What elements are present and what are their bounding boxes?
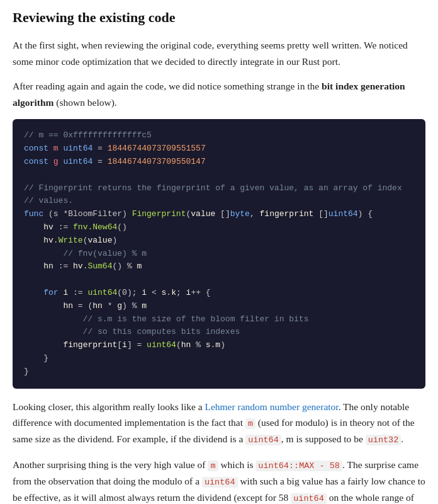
- code-line-2: const m uint64 = 18446744073709551557: [24, 142, 414, 156]
- para3-comma-m: , m: [281, 433, 294, 444]
- para4-text-before: Another surprising thing is the very hig…: [13, 459, 208, 470]
- code-line-13: // s.m is the size of the bloom filter i…: [24, 313, 414, 326]
- para2-text-after: (shown below).: [53, 97, 116, 108]
- code-block: // m == 0xffffffffffffffc5 const m uint6…: [13, 119, 425, 388]
- code-line-11: for i := uint64(0); i < s.k; i++ {: [24, 287, 414, 300]
- para4-on: on the whole range of: [327, 492, 414, 503]
- para4-m: m: [208, 461, 218, 471]
- para3-uint32: uint32: [366, 435, 402, 445]
- code-line-14: // so this computes bits indexes: [24, 326, 414, 339]
- para3-text-before: Looking closer, this algorithm really lo…: [13, 401, 205, 412]
- code-line-3: const g uint64 = 18446744073709550147: [24, 156, 414, 169]
- code-line-12: hn = (hn * g) % m: [24, 300, 414, 313]
- para3-dot: .: [401, 433, 403, 444]
- code-line-16: }: [24, 352, 414, 365]
- code-line-10: hn := hv.Sum64() % m: [24, 260, 414, 273]
- lehmer-link[interactable]: Lehmer random number generator: [205, 401, 338, 412]
- code-line-6: func (s *BloomFilter) Fingerprint(value …: [24, 208, 414, 221]
- paragraph-1: At the first sight, when reviewing the o…: [13, 37, 425, 69]
- code-line-5: // values.: [24, 195, 414, 208]
- code-line-7: hv := fnv.New64(): [24, 221, 414, 234]
- code-line-9: // fnv(value) % m: [24, 248, 414, 261]
- para2-text-before: After reading again and again the code, …: [13, 81, 322, 91]
- paragraph-4: Another surprising thing is the very hig…: [13, 457, 425, 504]
- para3-end: is supposed to be: [294, 433, 366, 444]
- para3-m-code: m: [245, 418, 256, 429]
- page-heading: Reviewing the existing code: [13, 6, 425, 28]
- para4-maxcode: uint64::MAX - 58: [256, 461, 342, 471]
- paragraph-2: After reading again and again the code, …: [13, 78, 425, 110]
- code-line-15: fingerprint[i] = uint64(hn % s.m): [24, 339, 414, 352]
- paragraph-3: Looking closer, this algorithm really lo…: [13, 399, 425, 448]
- para4-which-is: which is: [218, 459, 256, 470]
- para3-uint64: uint64: [245, 435, 281, 445]
- code-line-1: // m == 0xffffffffffffffc5: [24, 129, 414, 142]
- code-line-blank-2: [24, 273, 414, 287]
- code-line-blank-1: [24, 169, 414, 182]
- para4-uint64: uint64: [202, 477, 238, 488]
- para4-uint64-2: uint64: [291, 493, 327, 504]
- code-line-8: hv.Write(value): [24, 234, 414, 248]
- code-line-4: // Fingerprint returns the fingerprint o…: [24, 182, 414, 195]
- code-line-17: }: [24, 365, 414, 379]
